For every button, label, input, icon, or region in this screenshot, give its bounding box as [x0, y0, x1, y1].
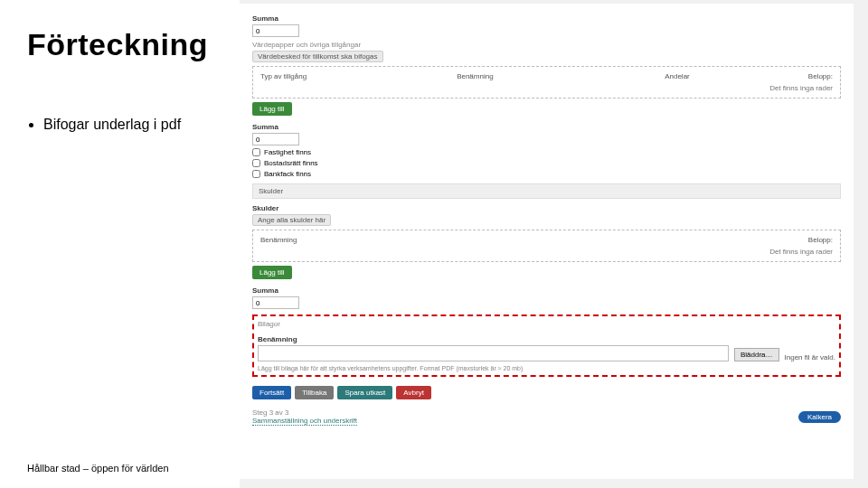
check-label: Bankfack finns: [264, 170, 311, 178]
skulder-empty: Det finns inga rader: [260, 248, 833, 256]
assets-empty: Det finns inga rader: [260, 84, 833, 92]
assets-tag: Värdebesked för tillkomst ska bifogas: [252, 51, 383, 62]
add-asset-button[interactable]: Lägg till: [252, 102, 292, 116]
page-title: Förteckning: [27, 27, 222, 62]
skulder-tag: Ange alla skulder här: [252, 214, 331, 226]
step-label: Steg 3 av 3: [252, 408, 357, 417]
check-bankfack[interactable]: Bankfack finns: [252, 170, 841, 178]
avbryt-button[interactable]: Avbryt: [396, 386, 431, 399]
skulder-heading: Skulder: [252, 204, 841, 212]
col-bel: Belopp:: [690, 72, 833, 80]
assets-table: Typ av tillgång Benämning Andelar Belopp…: [252, 66, 841, 99]
summa-label: Summa: [252, 14, 841, 23]
fortsatt-button[interactable]: Fortsätt: [252, 386, 291, 399]
slide-footer: Hållbar stad – öppen för världen: [27, 463, 169, 474]
checkbox-icon[interactable]: [252, 148, 260, 156]
assets-heading: Värdepapper och övriga tillgångar: [252, 41, 841, 49]
checkbox-icon[interactable]: [252, 170, 260, 178]
col-typ: Typ av tillgång: [260, 72, 403, 80]
check-label: Fastighet finns: [264, 148, 311, 156]
step-row: Steg 3 av 3 Sammanställning och underskr…: [252, 408, 841, 425]
add-skuld-button[interactable]: Lägg till: [252, 266, 292, 279]
bullet-list: Bifogar underlag i pdf: [27, 117, 222, 142]
col-ben: Benämning: [403, 72, 546, 80]
check-label: Bostadsrätt finns: [264, 159, 318, 167]
col-ben-2: Benämning: [260, 236, 547, 244]
skulder-table: Benämning Belopp: Det finns inga rader: [252, 230, 841, 262]
check-fastighet[interactable]: Fastighet finns: [252, 148, 841, 156]
summa-label-3: Summa: [252, 286, 841, 295]
check-bostad[interactable]: Bostadsrätt finns: [252, 159, 841, 167]
spara-button[interactable]: Spara utkast: [337, 386, 392, 399]
step-link[interactable]: Sammanställning och underskrift: [252, 417, 357, 426]
browse-button[interactable]: Bläddra…: [734, 348, 779, 361]
bilag-note: Lägg till bilaga här för att styrka verk…: [258, 365, 835, 371]
file-status: Ingen fil är vald.: [785, 353, 835, 361]
summa-value-3[interactable]: 0: [252, 296, 299, 309]
action-row: Fortsätt Tillbaka Spara utkast Avbryt: [252, 386, 841, 399]
bilag-label: Benämning: [258, 335, 729, 343]
tillbaka-button[interactable]: Tillbaka: [295, 386, 334, 399]
step-submit-button[interactable]: Kalkera: [798, 411, 841, 423]
bullet-item: Bifogar underlag i pdf: [43, 117, 222, 133]
bilagor-heading: Bilagor: [258, 320, 835, 328]
summa-label-2: Summa: [252, 123, 841, 131]
bilag-input[interactable]: [258, 345, 729, 361]
summa-value[interactable]: 0: [252, 24, 299, 37]
summa-value-2[interactable]: 0: [252, 133, 299, 145]
col-and: Andelar: [547, 72, 690, 80]
form-panel: Summa 0 Värdepapper och övriga tillgånga…: [240, 4, 854, 479]
col-bel-2: Belopp:: [547, 236, 834, 244]
checkbox-icon[interactable]: [252, 159, 260, 167]
skulder-section: Skulder: [252, 183, 841, 199]
bilagor-highlight: Bilagor Benämning Bläddra… Ingen fil är …: [252, 314, 841, 377]
